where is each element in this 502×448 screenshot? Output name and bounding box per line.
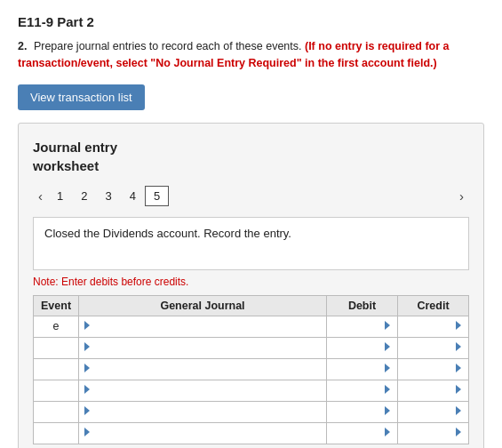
table-row [34, 358, 469, 380]
next-page-button[interactable]: › [454, 187, 469, 205]
gj-cell-0[interactable] [79, 316, 327, 337]
page-title: E11-9 Part 2 [18, 14, 484, 29]
credit-cell-1[interactable] [398, 337, 469, 358]
credit-cell-4[interactable] [398, 401, 469, 422]
event-cell-0: e [34, 316, 79, 337]
table-row [34, 401, 469, 422]
debit-cell-2[interactable] [327, 358, 398, 380]
triangle-credit-icon-4 [456, 406, 461, 415]
triangle-debit-icon-2 [385, 364, 390, 372]
instruction: 2. Prepare journal entries to record eac… [18, 38, 484, 72]
table-row [34, 337, 469, 358]
page-2-button[interactable]: 2 [72, 186, 96, 206]
credit-cell-2[interactable] [398, 358, 469, 380]
triangle-credit-icon-1 [456, 342, 461, 351]
prev-page-button[interactable]: ‹ [33, 187, 48, 205]
table-row [34, 380, 469, 401]
event-cell-5 [34, 422, 79, 444]
triangle-debit-icon-1 [385, 342, 390, 351]
page-5-button[interactable]: 5 [145, 186, 169, 206]
table-row [34, 422, 469, 444]
triangle-icon-4 [84, 406, 90, 415]
journal-table: Event General Journal Debit Credit e [33, 295, 469, 444]
col-event: Event [34, 295, 79, 316]
triangle-debit-icon-4 [385, 406, 390, 415]
triangle-icon-2 [84, 364, 90, 372]
triangle-credit-icon-5 [456, 428, 461, 436]
col-debit: Debit [327, 295, 398, 316]
credit-cell-5[interactable] [398, 422, 469, 444]
gj-cell-5[interactable] [79, 422, 327, 444]
triangle-icon-1 [84, 342, 90, 351]
worksheet-container: Journal entry worksheet ‹ 1 2 3 4 5 › Cl… [18, 123, 484, 449]
triangle-debit-icon-0 [385, 321, 390, 330]
debit-cell-0[interactable] [327, 316, 398, 337]
event-cell-2 [34, 358, 79, 380]
col-credit: Credit [398, 295, 469, 316]
triangle-icon-3 [84, 385, 90, 394]
triangle-debit-icon-3 [385, 385, 390, 394]
triangle-credit-icon-0 [456, 321, 461, 330]
gj-cell-3[interactable] [79, 380, 327, 401]
col-general-journal: General Journal [79, 295, 327, 316]
triangle-credit-icon-3 [456, 385, 461, 394]
gj-cell-4[interactable] [79, 401, 327, 422]
table-row: e [34, 316, 469, 337]
credit-cell-0[interactable] [398, 316, 469, 337]
view-transaction-button[interactable]: View transaction list [18, 84, 145, 110]
description-box: Closed the Dividends account. Record the… [33, 217, 469, 270]
event-cell-4 [34, 401, 79, 422]
debit-cell-5[interactable] [327, 422, 398, 444]
gj-cell-1[interactable] [79, 337, 327, 358]
page-3-button[interactable]: 3 [96, 186, 120, 206]
pagination: ‹ 1 2 3 4 5 › [33, 186, 469, 206]
debit-cell-1[interactable] [327, 337, 398, 358]
event-cell-3 [34, 380, 79, 401]
event-cell-1 [34, 337, 79, 358]
worksheet-title: Journal entry worksheet [33, 138, 469, 175]
triangle-icon-0 [84, 321, 90, 330]
gj-cell-2[interactable] [79, 358, 327, 380]
page-1-button[interactable]: 1 [48, 186, 72, 206]
note-text: Note: Enter debits before credits. [33, 276, 469, 288]
triangle-debit-icon-5 [385, 428, 390, 436]
triangle-icon-5 [84, 428, 90, 436]
debit-cell-3[interactable] [327, 380, 398, 401]
credit-cell-3[interactable] [398, 380, 469, 401]
triangle-credit-icon-2 [456, 364, 461, 372]
debit-cell-4[interactable] [327, 401, 398, 422]
page-4-button[interactable]: 4 [121, 186, 145, 206]
